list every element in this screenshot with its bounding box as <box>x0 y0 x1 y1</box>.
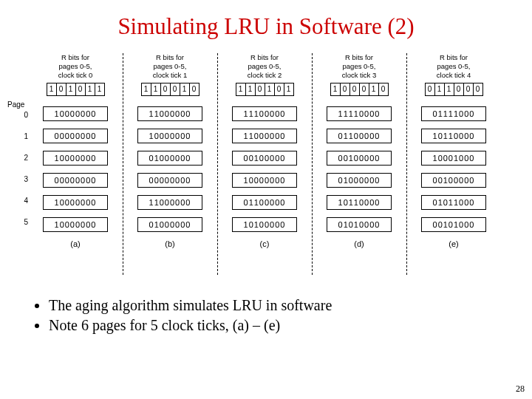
r-bit-cell: 1 <box>444 83 454 96</box>
r-bit-cell: 1 <box>369 83 379 96</box>
r-bit-cell: 0 <box>56 83 66 96</box>
r-bit-cell: 0 <box>359 83 369 96</box>
r-bits-row: 1 0 1 0 1 1 <box>33 83 118 96</box>
r-bit-cell: 0 <box>425 83 435 96</box>
tick-column-e: R bits for pages 0-5, clock tick 4 0 1 1… <box>411 53 497 290</box>
column-header: R bits for pages 0-5, clock tick 2 <box>222 53 307 80</box>
r-bit-cell: 0 <box>170 83 180 96</box>
r-bit-cell: 1 <box>236 83 246 96</box>
counter-box: 01000000 <box>327 173 392 188</box>
row-index: 3 <box>19 175 28 183</box>
tick-column-d: R bits for pages 0-5, clock tick 3 1 0 0… <box>316 53 402 290</box>
r-bit-cell: 0 <box>454 83 464 96</box>
column-header: R bits for pages 0-5, clock tick 1 <box>127 53 213 80</box>
r-bit-cell: 1 <box>151 83 161 96</box>
r-bits-row: 1 1 0 0 1 0 <box>127 83 213 96</box>
r-bit-cell: 1 <box>47 83 57 96</box>
column-header: R bits for pages 0-5, clock tick 4 <box>411 53 497 80</box>
counter-box: 01000000 <box>137 217 202 232</box>
tick-column-b: R bits for pages 0-5, clock tick 1 1 1 0… <box>127 53 213 290</box>
counter-box: 11000000 <box>137 195 202 210</box>
counter-box: 10000000 <box>232 173 297 188</box>
counter-box: 01010000 <box>327 217 392 232</box>
row-index: 0 <box>19 111 28 119</box>
column-label: (b) <box>127 239 213 248</box>
column-label: (d) <box>316 239 402 248</box>
counter-box: 10001000 <box>421 151 486 166</box>
counter-box: 10000000 <box>43 195 108 210</box>
column-header: R bits for pages 0-5, clock tick 3 <box>316 53 402 80</box>
counter-box: 01000000 <box>137 151 202 166</box>
tick-column-c: R bits for pages 0-5, clock tick 2 1 1 0… <box>222 53 307 290</box>
tick-column-a: R bits for pages 0-5, clock tick 0 1 0 1… <box>33 53 118 290</box>
row-index: 1 <box>19 132 28 140</box>
counter-box: 10000000 <box>137 129 202 143</box>
counter-box: 10100000 <box>232 217 297 232</box>
column-label: (e) <box>411 239 497 248</box>
r-bit-cell: 1 <box>180 83 190 96</box>
r-bit-cell: 1 <box>284 83 294 96</box>
counter-box: 01111000 <box>421 106 486 121</box>
counter-box: 00100000 <box>232 151 297 166</box>
column-separator <box>217 53 218 275</box>
counter-box: 00101000 <box>421 217 486 232</box>
counter-box: 01100000 <box>232 195 297 210</box>
counter-box: 00000000 <box>43 129 108 143</box>
counter-box: 11000000 <box>232 129 297 143</box>
r-bit-cell: 1 <box>434 83 445 96</box>
bullet-item: Note 6 pages for 5 clock ticks, (a) – (e… <box>49 316 510 335</box>
r-bit-cell: 0 <box>160 83 171 96</box>
r-bit-cell: 1 <box>141 83 151 96</box>
bullet-item: The aging algorithm simulates LRU in sof… <box>49 296 510 316</box>
r-bit-cell: 1 <box>245 83 256 96</box>
r-bits-row: 0 1 1 0 0 0 <box>411 83 497 96</box>
counter-box: 11110000 <box>327 106 392 121</box>
page-number: 28 <box>516 383 525 395</box>
page-axis-label: Page <box>7 100 24 109</box>
column-label: (a) <box>33 239 118 248</box>
column-separator <box>123 53 123 275</box>
counter-box: 10000000 <box>43 217 108 232</box>
row-index: 4 <box>19 197 28 205</box>
column-separator <box>406 53 407 275</box>
counter-box: 10000000 <box>43 106 108 121</box>
counter-box: 10110000 <box>327 195 392 210</box>
counter-box: 11000000 <box>137 106 202 121</box>
r-bit-cell: 0 <box>274 83 284 96</box>
row-index: 2 <box>19 154 28 162</box>
r-bit-cell: 0 <box>189 83 200 96</box>
column-label: (c) <box>222 239 307 248</box>
counter-box: 01011000 <box>421 195 486 210</box>
r-bits-row: 1 1 0 1 0 1 <box>222 83 307 96</box>
page-title: Simulating LRU in Software (2) <box>0 0 532 44</box>
r-bit-cell: 1 <box>265 83 275 96</box>
r-bit-cell: 0 <box>340 83 350 96</box>
r-bits-row: 1 0 0 0 1 0 <box>316 83 402 96</box>
r-bit-cell: 1 <box>330 83 341 96</box>
r-bit-cell: 0 <box>255 83 265 96</box>
counter-box: 11100000 <box>232 106 297 121</box>
counter-box: 00100000 <box>421 173 486 188</box>
bullet-list: The aging algorithm simulates LRU in sof… <box>34 296 510 335</box>
r-bit-cell: 0 <box>75 83 86 96</box>
counter-box: 10110000 <box>421 129 486 143</box>
r-bit-cell: 0 <box>463 83 474 96</box>
r-bit-cell: 0 <box>378 83 389 96</box>
counter-box: 00100000 <box>327 151 392 166</box>
counter-box: 00000000 <box>43 173 108 188</box>
r-bit-cell: 1 <box>85 83 95 96</box>
row-index: 5 <box>19 218 28 226</box>
r-bit-cell: 0 <box>349 83 360 96</box>
column-header: R bits for pages 0-5, clock tick 0 <box>33 53 118 80</box>
counter-box: 00000000 <box>137 173 202 188</box>
counter-box: 01100000 <box>327 129 392 143</box>
r-bit-cell: 1 <box>66 83 76 96</box>
r-bit-cell: 1 <box>95 83 105 96</box>
column-separator <box>312 53 313 275</box>
counter-box: 10000000 <box>43 151 108 166</box>
r-bit-cell: 0 <box>473 83 483 96</box>
aging-figure: Page 0 1 2 3 4 5 R bits for pages 0-5, c… <box>30 53 502 290</box>
